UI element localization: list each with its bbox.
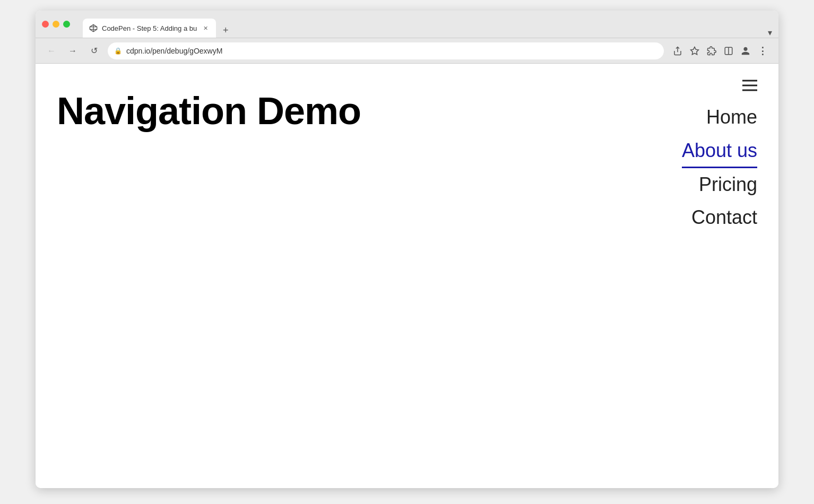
more-options-button[interactable]: ⋮ [755,44,770,58]
fullscreen-button[interactable] [63,21,70,28]
reload-button[interactable]: ↺ [86,44,101,58]
bookmark-button[interactable] [687,44,702,58]
share-button[interactable] [670,44,685,58]
page-title: Navigation Demo [57,90,757,132]
svg-marker-5 [691,47,699,54]
page-content: Navigation Demo Home About us Pricing Co… [36,64,778,488]
tab-list-chevron[interactable]: ▾ [768,28,772,38]
hamburger-menu-icon[interactable] [742,80,757,94]
traffic-lights [42,21,70,28]
navigation-sidebar: Home About us Pricing Contact [682,80,757,234]
tab-close-button[interactable]: ✕ [201,24,210,32]
profile-button[interactable] [738,44,753,58]
extensions-button[interactable] [704,44,719,58]
codepen-icon [89,24,98,32]
forward-button[interactable]: → [65,44,80,58]
active-tab[interactable]: CodePen - Step 5: Adding a bu ✕ [83,19,216,38]
url-text: cdpn.io/pen/debug/gOexwyM [126,47,657,55]
nav-item-about-us[interactable]: About us [682,134,757,168]
browser-window: CodePen - Step 5: Adding a bu ✕ + ▾ ← → … [36,11,778,488]
split-view-button[interactable] [721,44,736,58]
lock-icon: 🔒 [114,47,122,55]
tab-bar: CodePen - Step 5: Adding a bu ✕ + ▾ [83,11,772,38]
nav-item-contact[interactable]: Contact [691,201,757,234]
back-button[interactable]: ← [44,44,59,58]
tab-title: CodePen - Step 5: Adding a bu [102,24,197,32]
nav-item-pricing[interactable]: Pricing [699,168,757,202]
new-tab-button[interactable]: + [218,23,233,38]
nav-item-home[interactable]: Home [706,101,757,134]
close-button[interactable] [42,21,49,28]
address-bar: ← → ↺ 🔒 cdpn.io/pen/debug/gOexwyM [36,38,778,64]
url-bar[interactable]: 🔒 cdpn.io/pen/debug/gOexwyM [108,42,664,59]
address-bar-actions: ⋮ [670,44,770,58]
tab-bar-end: ▾ [768,28,772,38]
titlebar: CodePen - Step 5: Adding a bu ✕ + ▾ [36,11,778,38]
minimize-button[interactable] [53,21,59,28]
